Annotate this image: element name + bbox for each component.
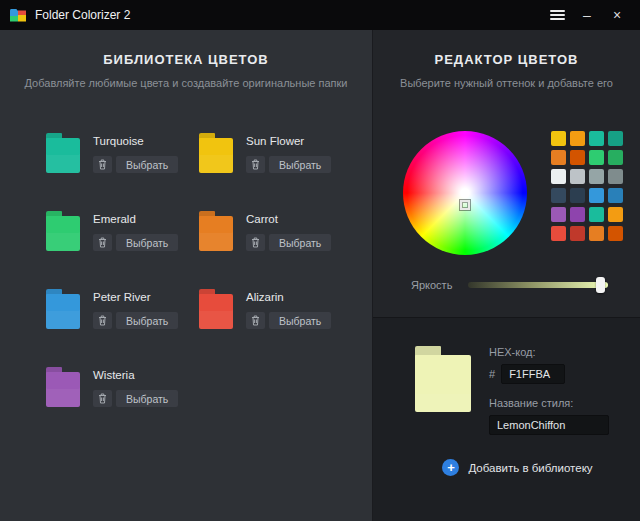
folder-icon[interactable]: [199, 133, 233, 173]
titlebar-buttons: – ×: [542, 0, 632, 30]
add-to-library-button[interactable]: + Добавить в библиотеку: [415, 459, 620, 476]
window-title: Folder Colorizer 2: [35, 8, 130, 22]
color-swatch[interactable]: [570, 150, 585, 165]
color-name: Emerald: [93, 213, 178, 225]
color-wheel[interactable]: [403, 131, 527, 255]
delete-button[interactable]: [246, 312, 265, 329]
swatch-grid: [551, 131, 623, 241]
folder-icon[interactable]: [46, 133, 80, 173]
folder-icon[interactable]: [199, 211, 233, 251]
library-item: Sun Flower Выбрать: [199, 133, 352, 173]
color-wheel-selector[interactable]: [460, 200, 470, 210]
titlebar: Folder Colorizer 2 – ×: [0, 0, 640, 30]
color-name: Carrot: [246, 213, 331, 225]
choose-button[interactable]: Выбрать: [269, 312, 331, 329]
brightness-row: Яркость: [373, 255, 640, 291]
color-name: Wisteria: [93, 369, 178, 381]
library-item: Alizarin Выбрать: [199, 289, 352, 329]
library-item: Emerald Выбрать: [46, 211, 199, 251]
color-swatch[interactable]: [570, 131, 585, 146]
folder-icon[interactable]: [199, 289, 233, 329]
trash-icon: [98, 315, 107, 326]
folder-icon[interactable]: [46, 211, 80, 251]
add-to-library-label: Добавить в библиотеку: [468, 462, 592, 474]
menu-button[interactable]: [542, 0, 572, 30]
color-swatch[interactable]: [570, 188, 585, 203]
editor-title: РЕДАКТОР ЦВЕТОВ: [373, 52, 640, 67]
library-item: Turquoise Выбрать: [46, 133, 199, 173]
folder-icon[interactable]: [46, 289, 80, 329]
color-swatch[interactable]: [551, 226, 566, 241]
hex-prefix: #: [489, 368, 495, 380]
choose-button[interactable]: Выбрать: [116, 312, 178, 329]
color-swatch[interactable]: [589, 131, 604, 146]
color-swatch[interactable]: [551, 169, 566, 184]
color-swatch[interactable]: [570, 226, 585, 241]
color-swatch[interactable]: [589, 207, 604, 222]
color-swatch[interactable]: [608, 188, 623, 203]
color-name: Alizarin: [246, 291, 331, 303]
color-name: Turquoise: [93, 135, 178, 147]
choose-button[interactable]: Выбрать: [116, 156, 178, 173]
color-swatch[interactable]: [570, 169, 585, 184]
trash-icon: [251, 159, 260, 170]
library-item: Wisteria Выбрать: [46, 367, 199, 407]
trash-icon: [98, 237, 107, 248]
delete-button[interactable]: [93, 234, 112, 251]
delete-button[interactable]: [246, 156, 265, 173]
choose-button[interactable]: Выбрать: [269, 156, 331, 173]
minimize-button[interactable]: –: [572, 0, 602, 30]
editor-subtitle: Выберите нужный оттенок и добавьте его: [387, 77, 626, 89]
brightness-label: Яркость: [411, 279, 452, 291]
delete-button[interactable]: [93, 156, 112, 173]
color-swatch[interactable]: [551, 150, 566, 165]
delete-button[interactable]: [93, 312, 112, 329]
style-section: HEX-код: # Название стиля: + Добавить в …: [373, 317, 640, 521]
color-swatch[interactable]: [608, 207, 623, 222]
main-area: БИБЛИОТЕКА ЦВЕТОВ Добавляйте любимые цве…: [0, 30, 640, 521]
color-swatch[interactable]: [570, 207, 585, 222]
color-swatch[interactable]: [589, 226, 604, 241]
delete-button[interactable]: [246, 234, 265, 251]
color-swatch[interactable]: [608, 226, 623, 241]
library-item: Peter River Выбрать: [46, 289, 199, 329]
color-swatch[interactable]: [589, 150, 604, 165]
folder-preview: [415, 346, 471, 412]
color-swatch[interactable]: [608, 150, 623, 165]
library-subtitle: Добавляйте любимые цвета и создавайте ор…: [14, 77, 358, 89]
library-grid: Turquoise Выбрать Sun Flower Выбрать: [0, 89, 372, 407]
style-name-label: Название стиля:: [489, 397, 609, 409]
hamburger-icon: [550, 8, 565, 22]
color-swatch[interactable]: [551, 207, 566, 222]
plus-icon: +: [442, 459, 459, 476]
color-swatch[interactable]: [608, 131, 623, 146]
color-swatch[interactable]: [589, 169, 604, 184]
choose-button[interactable]: Выбрать: [116, 390, 178, 407]
library-item: Carrot Выбрать: [199, 211, 352, 251]
choose-button[interactable]: Выбрать: [269, 234, 331, 251]
app-window: Folder Colorizer 2 – × БИБЛИОТЕКА ЦВЕТОВ…: [0, 0, 640, 521]
trash-icon: [98, 393, 107, 404]
color-swatch[interactable]: [551, 188, 566, 203]
hex-input[interactable]: [501, 364, 565, 384]
color-swatch[interactable]: [551, 131, 566, 146]
style-name-input[interactable]: [489, 415, 609, 435]
brightness-slider-handle[interactable]: [596, 277, 605, 293]
color-swatch[interactable]: [589, 188, 604, 203]
picker-row: [373, 89, 640, 255]
folder-icon[interactable]: [46, 367, 80, 407]
delete-button[interactable]: [93, 390, 112, 407]
hex-label: HEX-код:: [489, 346, 609, 358]
trash-icon: [251, 237, 260, 248]
color-swatch[interactable]: [608, 169, 623, 184]
brightness-slider[interactable]: [468, 282, 608, 288]
trash-icon: [98, 159, 107, 170]
close-button[interactable]: ×: [602, 0, 632, 30]
library-panel: БИБЛИОТЕКА ЦВЕТОВ Добавляйте любимые цве…: [0, 30, 372, 521]
app-logo-icon: [10, 9, 26, 22]
color-name: Peter River: [93, 291, 178, 303]
editor-panel: РЕДАКТОР ЦВЕТОВ Выберите нужный оттенок …: [372, 30, 640, 521]
library-title: БИБЛИОТЕКА ЦВЕТОВ: [0, 52, 372, 67]
choose-button[interactable]: Выбрать: [116, 234, 178, 251]
trash-icon: [251, 315, 260, 326]
